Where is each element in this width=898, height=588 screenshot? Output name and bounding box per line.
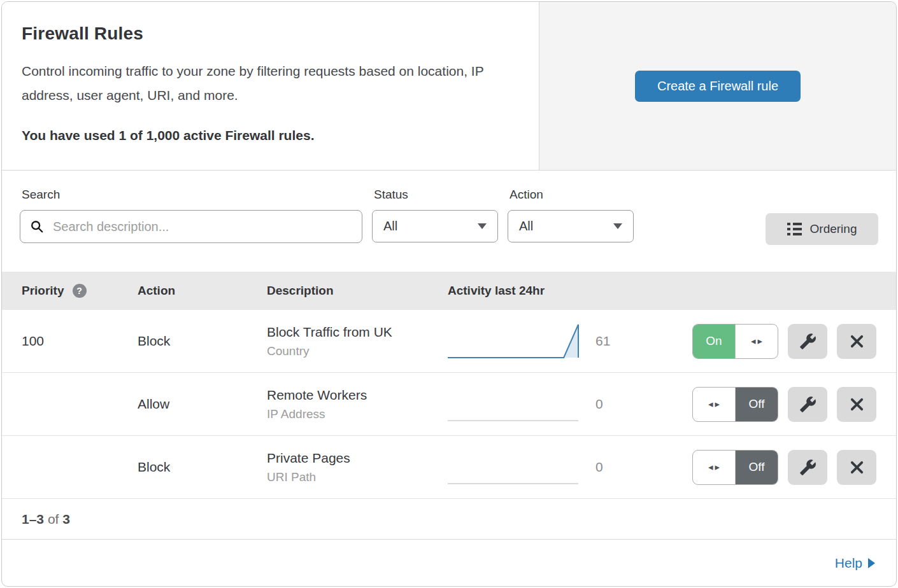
caret-down-icon	[478, 223, 487, 229]
rule-priority: 100	[2, 333, 138, 349]
column-activity: Activity last 24hr	[448, 284, 545, 298]
ordering-button[interactable]: Ordering	[766, 213, 878, 245]
rule-description-title[interactable]: Remote Workers	[267, 388, 448, 403]
activity-count: 61	[578, 333, 631, 349]
help-bar: Help	[2, 540, 896, 586]
rule-action: Block	[138, 333, 267, 349]
close-icon	[850, 397, 864, 412]
firewall-rules-page: Firewall Rules Control incoming traffic …	[1, 1, 897, 587]
rule-description-title[interactable]: Block Traffic from UK	[267, 325, 448, 340]
column-priority-label: Priority	[22, 284, 64, 298]
rule-match-type: URI Path	[267, 470, 448, 484]
action-label: Action	[510, 188, 634, 202]
help-link-label: Help	[835, 556, 862, 571]
status-select-value: All	[383, 219, 397, 234]
search-input-wrap	[20, 210, 362, 243]
rule-description: Private Pages URI Path	[267, 451, 448, 484]
search-label: Search	[22, 188, 362, 202]
column-priority: Priority ?	[2, 284, 138, 298]
rule-enabled-toggle[interactable]: On ◂▸	[692, 324, 778, 359]
help-link[interactable]: Help	[835, 556, 875, 571]
wrench-icon	[799, 459, 816, 476]
caret-down-icon	[613, 223, 622, 229]
search-input[interactable]	[52, 219, 352, 235]
page-title: Firewall Rules	[22, 24, 510, 44]
table-row: Allow Remote Workers IP Address 0 ◂▸ Off	[2, 373, 896, 436]
toggle-arrows-icon: ◂▸	[749, 335, 764, 347]
rule-match-type: IP Address	[267, 407, 448, 421]
help-arrow-icon	[868, 558, 875, 568]
rule-description: Block Traffic from UK Country	[267, 325, 448, 358]
pagination-of: of	[44, 512, 62, 527]
toggle-arrows-icon: ◂▸	[706, 461, 722, 473]
rule-match-type: Country	[267, 344, 448, 358]
action-select-value: All	[519, 219, 533, 234]
status-label: Status	[374, 188, 498, 202]
rule-action: Allow	[138, 396, 267, 412]
toggle-arrows-icon: ◂▸	[706, 398, 722, 410]
wrench-icon	[799, 396, 816, 413]
table-header: Priority ? Action Description Activity l…	[2, 272, 896, 310]
delete-rule-button[interactable]	[837, 387, 876, 422]
usage-note: You have used 1 of 1,000 active Firewall…	[22, 128, 510, 143]
search-filter: Search	[20, 188, 362, 243]
delete-rule-button[interactable]	[837, 324, 876, 359]
close-icon	[850, 460, 864, 475]
rule-description-title[interactable]: Private Pages	[267, 451, 448, 466]
toggle-handle[interactable]: ◂▸	[693, 451, 735, 484]
rule-action: Block	[138, 459, 267, 475]
toggle-on-segment[interactable]: On	[693, 325, 735, 358]
intro-section: Firewall Rules Control incoming traffic …	[2, 2, 896, 171]
status-select[interactable]: All	[372, 210, 498, 242]
question-icon[interactable]: ?	[73, 284, 87, 298]
filter-bar: Search Status All Action All	[2, 171, 896, 272]
pagination-bar: 1–3 of 3	[2, 499, 896, 540]
action-filter: Action All	[508, 188, 634, 242]
edit-rule-button[interactable]	[788, 450, 827, 485]
search-icon	[30, 220, 44, 234]
toggle-handle[interactable]: ◂▸	[735, 325, 778, 358]
create-firewall-rule-button[interactable]: Create a Firewall rule	[635, 71, 801, 102]
toggle-off-segment[interactable]: Off	[735, 388, 778, 421]
intro-card: Firewall Rules Control incoming traffic …	[2, 2, 539, 170]
activity-count: 0	[578, 396, 631, 412]
rule-controls: ◂▸ Off	[692, 387, 876, 422]
ordering-button-label: Ordering	[810, 222, 857, 236]
list-icon	[787, 223, 802, 235]
rule-controls: On ◂▸	[692, 324, 876, 359]
column-action: Action	[138, 284, 267, 298]
toggle-off-segment[interactable]: Off	[735, 451, 778, 484]
wrench-icon	[799, 333, 816, 350]
close-icon	[850, 334, 864, 349]
activity-sparkline	[448, 322, 578, 360]
column-description: Description	[267, 284, 448, 298]
activity-sparkline	[448, 385, 578, 423]
rule-controls: ◂▸ Off	[692, 450, 876, 485]
table-row: 100 Block Block Traffic from UK Country …	[2, 310, 896, 373]
delete-rule-button[interactable]	[837, 450, 876, 485]
activity-count: 0	[578, 459, 631, 475]
page-description: Control incoming traffic to your zone by…	[22, 59, 510, 108]
activity-sparkline	[448, 448, 578, 486]
status-filter: Status All	[372, 188, 498, 242]
action-select[interactable]: All	[508, 210, 634, 242]
table-row: Block Private Pages URI Path 0 ◂▸ Off	[2, 436, 896, 499]
edit-rule-button[interactable]	[788, 324, 827, 359]
toggle-handle[interactable]: ◂▸	[693, 388, 735, 421]
rule-description: Remote Workers IP Address	[267, 388, 448, 421]
edit-rule-button[interactable]	[788, 387, 827, 422]
pagination-range: 1–3	[22, 512, 44, 527]
rule-enabled-toggle[interactable]: ◂▸ Off	[692, 387, 778, 422]
pagination-total: 3	[62, 512, 70, 527]
rule-enabled-toggle[interactable]: ◂▸ Off	[692, 450, 778, 485]
cta-panel: Create a Firewall rule	[539, 2, 896, 170]
